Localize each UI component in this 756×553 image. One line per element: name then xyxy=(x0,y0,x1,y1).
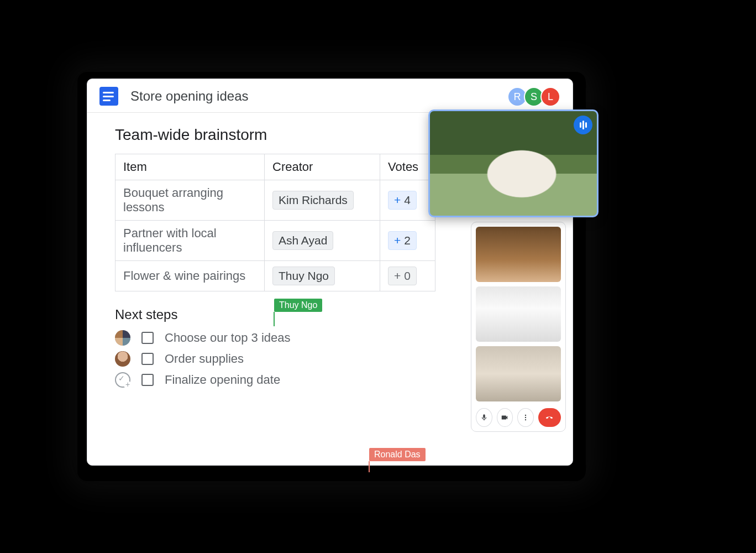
mic-button[interactable] xyxy=(476,408,492,427)
vote-chip[interactable]: + 4 xyxy=(388,191,417,210)
active-speaker-tile[interactable] xyxy=(428,109,599,217)
svg-point-1 xyxy=(525,417,526,418)
svg-point-0 xyxy=(525,415,526,416)
vote-chip[interactable]: + 2 xyxy=(388,231,417,250)
doc-title[interactable]: Store opening ideas xyxy=(130,88,249,104)
speaking-indicator-icon xyxy=(574,116,592,134)
col-creator: Creator xyxy=(265,154,380,180)
participant-thumb[interactable] xyxy=(476,227,561,282)
doc-header: Store opening ideas R S L xyxy=(87,79,573,113)
participant-thumb[interactable] xyxy=(476,286,561,342)
task-checkbox[interactable] xyxy=(141,374,154,386)
live-cursor-green: Thuy Ngo xyxy=(274,299,322,312)
meet-controls xyxy=(476,406,561,427)
camera-icon xyxy=(501,414,508,421)
vote-chip[interactable]: + 0 xyxy=(388,267,417,285)
vote-count: 0 xyxy=(404,269,411,283)
task-text[interactable]: Choose our top 3 ideas xyxy=(165,331,291,345)
table-row: Flower & wine pairings Thuy Ngo + 0 xyxy=(116,261,435,291)
creator-chip[interactable]: Kim Richards xyxy=(272,191,354,210)
cell-votes: + 2 xyxy=(380,221,435,261)
task-text[interactable]: Order supplies xyxy=(165,352,244,366)
table-row: Bouquet arranging lessons Kim Richards +… xyxy=(116,180,435,221)
plus-icon: + xyxy=(394,194,401,207)
assign-add-icon[interactable] xyxy=(115,372,130,388)
cell-creator: Kim Richards xyxy=(265,180,380,221)
presence-avatar-l[interactable]: L xyxy=(540,87,560,107)
task-text[interactable]: Finalize opening date xyxy=(165,373,280,387)
table-header-row: Item Creator Votes xyxy=(116,154,435,180)
vote-count: 2 xyxy=(404,234,411,247)
hangup-icon xyxy=(544,414,555,421)
cell-item[interactable]: Partner with local influencers xyxy=(116,221,265,261)
ideas-table: Item Creator Votes Bouquet arranging les… xyxy=(115,154,435,291)
cell-item[interactable]: Flower & wine pairings xyxy=(116,261,265,291)
live-cursor-red: Ronald Das xyxy=(369,448,426,461)
svg-point-2 xyxy=(525,419,526,420)
cell-item[interactable]: Bouquet arranging lessons xyxy=(116,180,265,221)
vote-count: 4 xyxy=(404,194,411,207)
col-item: Item xyxy=(116,154,265,180)
more-vert-icon xyxy=(522,414,529,421)
plus-icon: + xyxy=(394,269,401,283)
hangup-button[interactable] xyxy=(538,408,561,427)
cell-votes: + 0 xyxy=(380,261,435,291)
table-row: Partner with local influencers Ash Ayad … xyxy=(116,221,435,261)
cell-creator: Thuy Ngo xyxy=(265,261,380,291)
cell-creator: Ash Ayad xyxy=(265,221,380,261)
presence-stack: R S L xyxy=(511,87,560,107)
camera-button[interactable] xyxy=(497,408,513,427)
creator-chip[interactable]: Ash Ayad xyxy=(272,231,333,250)
mic-icon xyxy=(480,414,488,421)
assignee-group-icon[interactable] xyxy=(115,330,130,346)
meet-panel xyxy=(471,222,566,432)
plus-icon: + xyxy=(394,234,401,247)
cell-votes: + 4 xyxy=(380,180,435,221)
docs-logo-icon[interactable] xyxy=(99,87,118,106)
col-votes: Votes xyxy=(380,154,435,180)
creator-chip[interactable]: Thuy Ngo xyxy=(272,267,335,285)
more-button[interactable] xyxy=(517,408,534,427)
task-checkbox[interactable] xyxy=(141,332,154,344)
participant-thumb[interactable] xyxy=(476,346,561,401)
task-checkbox[interactable] xyxy=(141,353,154,365)
assignee-avatar[interactable] xyxy=(115,351,130,367)
